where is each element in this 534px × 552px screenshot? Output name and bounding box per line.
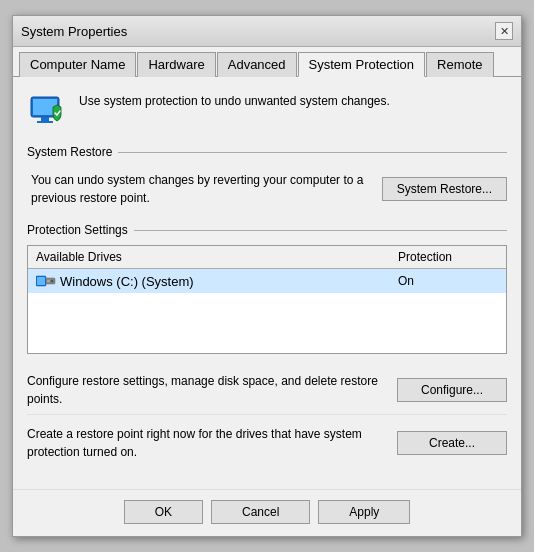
system-restore-inner: You can undo system changes by reverting… [27, 167, 507, 211]
tab-computer-name[interactable]: Computer Name [19, 52, 136, 77]
system-restore-label: System Restore [27, 145, 112, 159]
main-content: Use system protection to undo unwanted s… [13, 77, 521, 489]
system-restore-section: System Restore You can undo system chang… [27, 145, 507, 211]
apply-button[interactable]: Apply [318, 500, 410, 524]
svg-rect-2 [41, 117, 49, 121]
drive-icon [36, 273, 56, 289]
configure-row: Configure restore settings, manage disk … [27, 366, 507, 414]
protection-table: Available Drives Protection Windows [27, 245, 507, 354]
system-restore-label-row: System Restore [27, 145, 507, 159]
svg-rect-5 [37, 277, 45, 285]
protection-settings-label: Protection Settings [27, 223, 128, 237]
column-protection: Protection [398, 250, 498, 264]
system-restore-description: You can undo system changes by reverting… [31, 171, 372, 207]
cancel-button[interactable]: Cancel [211, 500, 310, 524]
system-properties-window: System Properties ✕ Computer Name Hardwa… [12, 15, 522, 537]
header-section: Use system protection to undo unwanted s… [27, 89, 507, 131]
protection-settings-section: Protection Settings Available Drives Pro… [27, 223, 507, 467]
close-button[interactable]: ✕ [495, 22, 513, 40]
header-description: Use system protection to undo unwanted s… [79, 89, 390, 110]
section-divider [118, 152, 507, 153]
svg-rect-3 [37, 121, 53, 123]
system-restore-button[interactable]: System Restore... [382, 177, 507, 201]
tab-system-protection[interactable]: System Protection [298, 52, 426, 77]
drive-cell: Windows (C:) (System) [36, 273, 398, 289]
tab-advanced[interactable]: Advanced [217, 52, 297, 77]
tab-hardware[interactable]: Hardware [137, 52, 215, 77]
table-header: Available Drives Protection [28, 246, 506, 269]
drive-name: Windows (C:) (System) [60, 274, 194, 289]
ok-button[interactable]: OK [124, 500, 203, 524]
column-available-drives: Available Drives [36, 250, 398, 264]
footer: OK Cancel Apply [13, 489, 521, 536]
title-bar: System Properties ✕ [13, 16, 521, 47]
configure-button[interactable]: Configure... [397, 378, 507, 402]
table-empty-space [28, 293, 506, 353]
protection-status: On [398, 274, 498, 288]
tab-bar: Computer Name Hardware Advanced System P… [13, 47, 521, 77]
svg-point-7 [51, 280, 54, 283]
window-title: System Properties [21, 24, 127, 39]
create-row: Create a restore point right now for the… [27, 414, 507, 467]
configure-description: Configure restore settings, manage disk … [27, 372, 387, 408]
system-protection-icon [27, 89, 69, 131]
tab-remote[interactable]: Remote [426, 52, 494, 77]
svg-rect-8 [47, 280, 50, 282]
section-divider-2 [134, 230, 507, 231]
protection-settings-label-row: Protection Settings [27, 223, 507, 237]
create-button[interactable]: Create... [397, 431, 507, 455]
table-row[interactable]: Windows (C:) (System) On [28, 269, 506, 293]
create-description: Create a restore point right now for the… [27, 425, 387, 461]
